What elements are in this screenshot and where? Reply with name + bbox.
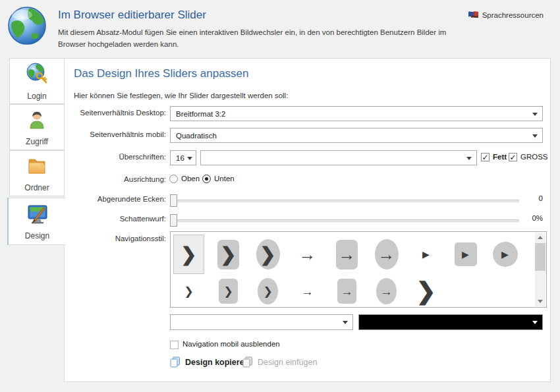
- sidebar-tab-ordner[interactable]: Ordner: [9, 150, 65, 196]
- page-title: Im Browser editierbarer Slider: [58, 9, 206, 22]
- design-monitor-icon: [25, 202, 50, 229]
- nav-style-option[interactable]: →: [292, 277, 323, 306]
- panel-heading: Das Design Ihres Sliders anpassen: [74, 67, 249, 80]
- alignment-radio-oben[interactable]: [169, 175, 178, 183]
- chevron-down-icon: [466, 157, 472, 160]
- nav-style-option[interactable]: →: [331, 277, 362, 306]
- scroll-thumb[interactable]: [535, 243, 546, 271]
- paste-icon: [242, 356, 253, 368]
- rounded-corners-slider-track[interactable]: [170, 200, 519, 203]
- sidebar-tab-design-label: Design: [25, 231, 49, 240]
- chevron-icon: ❯: [260, 245, 275, 264]
- nav-style-option[interactable]: →: [371, 277, 402, 306]
- nav-style-option[interactable]: ❯: [173, 277, 204, 306]
- nav-style-option[interactable]: ▶: [490, 235, 520, 274]
- hide-mobile-checkbox-label[interactable]: Navigation mobil ausblenden: [182, 340, 280, 348]
- bold-checkbox[interactable]: ✓: [481, 153, 490, 161]
- module-globe-icon: [7, 5, 47, 46]
- shadow-label: Schattenwurf:: [66, 215, 166, 223]
- nav-variant-select[interactable]: [170, 314, 353, 330]
- nav-style-option[interactable]: ❯: [173, 235, 204, 274]
- language-resources-label: Sprachressourcen: [482, 11, 544, 19]
- arrow-icon: →: [380, 285, 393, 298]
- arrow-icon: →: [339, 246, 356, 263]
- chevron-icon: ❯: [181, 245, 196, 264]
- chevron-down-icon: [532, 113, 538, 116]
- caps-checkbox[interactable]: ✓: [509, 153, 517, 161]
- sidebar-tab-ordner-label: Ordner: [24, 183, 49, 192]
- paste-design-button-label: Design einfügen: [258, 358, 317, 367]
- scroll-down-button[interactable]: [535, 296, 546, 306]
- heading-font-select[interactable]: [200, 150, 477, 165]
- sidebar-tab-design[interactable]: Design: [7, 198, 66, 245]
- shadow-slider-thumb[interactable]: [170, 214, 177, 227]
- caps-checkbox-label[interactable]: GROSS: [520, 153, 548, 161]
- module-description: Mit diesem Absatz-Modul fügen Sie einen …: [58, 27, 460, 51]
- sidebar-tab-zugriff-label: Zugriff: [26, 137, 48, 146]
- language-resources-link[interactable]: Sprachressourcen: [468, 11, 544, 19]
- copy-icon: [170, 356, 181, 368]
- triangle-icon: ▶: [422, 250, 430, 259]
- chevron-down-icon: [187, 157, 192, 160]
- nav-style-option[interactable]: ❯: [252, 277, 283, 306]
- chevron-icon: ❯: [223, 286, 233, 297]
- nav-style-option[interactable]: ❯: [213, 277, 244, 306]
- alignment-label: Ausrichtung:: [66, 175, 166, 183]
- aspect-mobile-value: Quadratisch: [176, 132, 217, 140]
- rounded-corners-value: 0: [514, 194, 543, 202]
- rounded-corners-slider-thumb[interactable]: [170, 194, 177, 207]
- paste-design-button[interactable]: Design einfügen: [242, 356, 317, 368]
- arrow-icon: →: [378, 246, 395, 263]
- nav-style-option[interactable]: →: [331, 235, 362, 274]
- shadow-slider-track[interactable]: [170, 219, 519, 223]
- folder-icon: [25, 154, 49, 181]
- nav-style-option[interactable]: ▶: [450, 235, 481, 274]
- alignment-radio-unten[interactable]: [202, 175, 211, 183]
- heading-size-select[interactable]: 16: [170, 150, 196, 165]
- sidebar-tab-login[interactable]: Login: [9, 58, 65, 104]
- flag-icon: [468, 11, 479, 19]
- chevron-down-icon: [532, 321, 538, 324]
- nav-style-option[interactable]: ▶: [410, 235, 441, 274]
- chevron-icon: ❯: [263, 286, 272, 297]
- nav-color-select[interactable]: [358, 314, 543, 330]
- aspect-desktop-select[interactable]: Breitformat 3:2: [170, 106, 543, 121]
- heading-size-value: 16: [176, 154, 184, 162]
- nav-style-option[interactable]: ❯: [213, 235, 244, 274]
- arrow-icon: →: [341, 285, 353, 298]
- nav-style-row-0: ❯❯❯→→→▶▶▶: [171, 234, 546, 275]
- copy-design-button[interactable]: Design kopieren: [170, 356, 249, 368]
- nav-style-label: Navigationsstil:: [66, 235, 166, 242]
- panel-intro: Hier können Sie festlegen, wie Ihr Slide…: [74, 92, 288, 99]
- alignment-radio-oben-label[interactable]: Oben: [181, 175, 200, 182]
- triangle-icon: ▶: [462, 250, 469, 259]
- nav-scrollbar[interactable]: [535, 233, 546, 306]
- nav-style-option[interactable]: →: [371, 235, 402, 274]
- alignment-radio-unten-label[interactable]: Unten: [214, 175, 235, 182]
- arrow-icon: →: [299, 246, 316, 263]
- nav-style-option[interactable]: ❯: [410, 277, 441, 306]
- aspect-desktop-label: Seitenverhältnis Desktop:: [66, 109, 166, 117]
- chevron-large-icon: ❯: [416, 279, 435, 303]
- sidebar-tab-zugriff[interactable]: Zugriff: [9, 104, 65, 150]
- bold-checkbox-label[interactable]: Fett: [493, 153, 507, 161]
- sidebar-tab-login-label: Login: [27, 92, 46, 101]
- nav-style-listbox: ❯❯❯→→→▶▶▶ ❯❯❯→→→❯: [170, 231, 547, 308]
- chevron-icon: ❯: [220, 245, 236, 264]
- chevron-down-icon: [532, 134, 538, 138]
- nav-style-option[interactable]: ❯: [252, 235, 283, 274]
- person-icon: [25, 108, 49, 134]
- triangle-icon: ▶: [501, 250, 509, 259]
- nav-style-option[interactable]: →: [292, 235, 323, 274]
- nav-style-row-1: ❯❯❯→→→❯: [171, 276, 546, 306]
- shadow-value: 0%: [514, 214, 543, 222]
- headings-label: Überschriften:: [66, 153, 166, 161]
- aspect-mobile-select[interactable]: Quadratisch: [170, 128, 543, 143]
- hide-mobile-checkbox[interactable]: [170, 341, 179, 349]
- scroll-up-button[interactable]: [535, 233, 546, 242]
- chevron-down-icon: [343, 321, 348, 324]
- aspect-desktop-value: Breitformat 3:2: [176, 110, 225, 118]
- arrow-icon: →: [301, 285, 314, 298]
- copy-design-button-label: Design kopieren: [185, 358, 249, 367]
- globe-key-icon: [24, 61, 49, 89]
